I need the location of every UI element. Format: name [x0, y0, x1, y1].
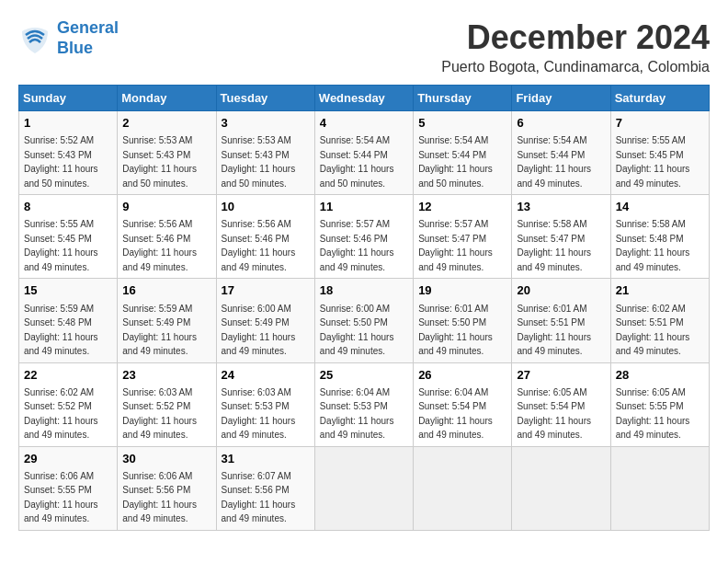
day-info: Sunrise: 6:03 AMSunset: 5:53 PMDaylight:… [222, 387, 296, 441]
day-number: 28 [616, 367, 704, 384]
day-number: 2 [122, 115, 210, 132]
col-header-thursday: Thursday [414, 86, 512, 111]
day-info: Sunrise: 5:52 AMSunset: 5:43 PMDaylight:… [24, 135, 98, 189]
calendar-cell: 31 Sunrise: 6:07 AMSunset: 5:56 PMDaylig… [216, 446, 314, 530]
col-header-monday: Monday [118, 86, 216, 111]
day-number: 4 [320, 115, 408, 132]
calendar-week-row: 1 Sunrise: 5:52 AMSunset: 5:43 PMDayligh… [19, 111, 710, 195]
day-number: 22 [24, 367, 112, 384]
day-number: 9 [122, 199, 210, 215]
calendar-cell [512, 446, 610, 530]
day-info: Sunrise: 6:01 AMSunset: 5:50 PMDaylight:… [418, 304, 493, 357]
day-info: Sunrise: 6:00 AMSunset: 5:49 PMDaylight:… [222, 304, 296, 357]
main-title: December 2024 [441, 18, 710, 57]
day-number: 18 [320, 282, 408, 299]
day-info: Sunrise: 6:05 AMSunset: 5:55 PMDaylight:… [616, 387, 690, 441]
calendar-cell: 25 Sunrise: 6:04 AMSunset: 5:53 PMDaylig… [314, 362, 413, 446]
calendar-cell: 20 Sunrise: 6:01 AMSunset: 5:51 PMDaylig… [512, 279, 610, 362]
day-number: 20 [517, 282, 605, 299]
day-number: 1 [24, 115, 112, 132]
day-number: 23 [122, 367, 210, 384]
day-info: Sunrise: 5:53 AMSunset: 5:43 PMDaylight:… [222, 135, 296, 189]
calendar-cell: 24 Sunrise: 6:03 AMSunset: 5:53 PMDaylig… [216, 362, 314, 446]
day-number: 10 [222, 199, 310, 215]
day-number: 7 [616, 115, 704, 132]
calendar-cell: 7 Sunrise: 5:55 AMSunset: 5:45 PMDayligh… [610, 111, 709, 195]
day-info: Sunrise: 6:02 AMSunset: 5:51 PMDaylight:… [616, 304, 690, 357]
calendar-cell: 2 Sunrise: 5:53 AMSunset: 5:43 PMDayligh… [118, 111, 216, 195]
logo-line2: Blue [57, 39, 93, 57]
day-info: Sunrise: 5:57 AMSunset: 5:46 PMDaylight:… [320, 219, 394, 272]
logo-text: General Blue [57, 18, 119, 58]
day-number: 29 [24, 451, 112, 467]
calendar-cell: 4 Sunrise: 5:54 AMSunset: 5:44 PMDayligh… [314, 111, 413, 195]
day-number: 21 [616, 282, 704, 299]
day-info: Sunrise: 6:04 AMSunset: 5:53 PMDaylight:… [320, 387, 394, 441]
subtitle: Puerto Bogota, Cundinamarca, Colombia [441, 59, 710, 75]
calendar-cell: 14 Sunrise: 5:58 AMSunset: 5:48 PMDaylig… [610, 195, 709, 279]
day-number: 11 [320, 199, 408, 215]
day-info: Sunrise: 5:57 AMSunset: 5:47 PMDaylight:… [418, 219, 493, 272]
calendar-cell: 12 Sunrise: 5:57 AMSunset: 5:47 PMDaylig… [414, 195, 512, 279]
day-info: Sunrise: 5:58 AMSunset: 5:47 PMDaylight:… [517, 219, 591, 272]
day-info: Sunrise: 5:54 AMSunset: 5:44 PMDaylight:… [320, 135, 394, 189]
calendar-cell: 5 Sunrise: 5:54 AMSunset: 5:44 PMDayligh… [414, 111, 512, 195]
day-info: Sunrise: 5:54 AMSunset: 5:44 PMDaylight:… [418, 135, 493, 189]
calendar-cell: 23 Sunrise: 6:03 AMSunset: 5:52 PMDaylig… [118, 362, 216, 446]
calendar-cell: 28 Sunrise: 6:05 AMSunset: 5:55 PMDaylig… [610, 362, 709, 446]
day-number: 31 [222, 451, 310, 467]
day-info: Sunrise: 5:59 AMSunset: 5:49 PMDaylight:… [122, 304, 197, 357]
col-header-saturday: Saturday [610, 86, 709, 111]
logo-line1: General [57, 18, 119, 37]
day-info: Sunrise: 6:04 AMSunset: 5:54 PMDaylight:… [418, 387, 493, 441]
calendar-cell: 6 Sunrise: 5:54 AMSunset: 5:44 PMDayligh… [512, 111, 610, 195]
day-number: 24 [222, 367, 310, 384]
calendar-header-row: SundayMondayTuesdayWednesdayThursdayFrid… [19, 86, 710, 111]
calendar-cell: 18 Sunrise: 6:00 AMSunset: 5:50 PMDaylig… [314, 279, 413, 362]
calendar-cell: 21 Sunrise: 6:02 AMSunset: 5:51 PMDaylig… [610, 279, 709, 362]
day-number: 15 [24, 282, 112, 299]
day-number: 27 [517, 367, 605, 384]
day-info: Sunrise: 6:03 AMSunset: 5:52 PMDaylight:… [122, 387, 197, 441]
logo: General Blue [18, 18, 119, 58]
logo-icon [18, 22, 51, 55]
calendar-cell: 29 Sunrise: 6:06 AMSunset: 5:55 PMDaylig… [19, 446, 118, 530]
day-info: Sunrise: 6:05 AMSunset: 5:54 PMDaylight:… [517, 387, 591, 441]
day-info: Sunrise: 5:54 AMSunset: 5:44 PMDaylight:… [517, 135, 591, 189]
calendar-cell: 17 Sunrise: 6:00 AMSunset: 5:49 PMDaylig… [216, 279, 314, 362]
calendar-cell: 10 Sunrise: 5:56 AMSunset: 5:46 PMDaylig… [216, 195, 314, 279]
day-number: 3 [222, 115, 310, 132]
calendar-cell: 27 Sunrise: 6:05 AMSunset: 5:54 PMDaylig… [512, 362, 610, 446]
calendar-cell: 15 Sunrise: 5:59 AMSunset: 5:48 PMDaylig… [19, 279, 118, 362]
col-header-sunday: Sunday [19, 86, 118, 111]
day-info: Sunrise: 5:55 AMSunset: 5:45 PMDaylight:… [616, 135, 690, 189]
day-info: Sunrise: 5:53 AMSunset: 5:43 PMDaylight:… [122, 135, 197, 189]
day-info: Sunrise: 6:07 AMSunset: 5:56 PMDaylight:… [222, 471, 296, 524]
day-info: Sunrise: 5:55 AMSunset: 5:45 PMDaylight:… [24, 219, 98, 272]
calendar-cell: 11 Sunrise: 5:57 AMSunset: 5:46 PMDaylig… [314, 195, 413, 279]
day-number: 13 [517, 199, 605, 215]
calendar-cell: 9 Sunrise: 5:56 AMSunset: 5:46 PMDayligh… [118, 195, 216, 279]
calendar-week-row: 29 Sunrise: 6:06 AMSunset: 5:55 PMDaylig… [19, 446, 710, 530]
col-header-wednesday: Wednesday [314, 86, 413, 111]
calendar-cell [314, 446, 413, 530]
calendar-cell [610, 446, 709, 530]
calendar-table: SundayMondayTuesdayWednesdayThursdayFrid… [18, 85, 710, 531]
day-info: Sunrise: 6:06 AMSunset: 5:55 PMDaylight:… [24, 471, 98, 524]
day-info: Sunrise: 6:01 AMSunset: 5:51 PMDaylight:… [517, 304, 591, 357]
calendar-cell: 1 Sunrise: 5:52 AMSunset: 5:43 PMDayligh… [19, 111, 118, 195]
day-number: 16 [122, 282, 210, 299]
title-area: December 2024 Puerto Bogota, Cundinamarc… [441, 18, 710, 75]
day-number: 8 [24, 199, 112, 215]
day-number: 6 [517, 115, 605, 132]
col-header-friday: Friday [512, 86, 610, 111]
calendar-cell: 22 Sunrise: 6:02 AMSunset: 5:52 PMDaylig… [19, 362, 118, 446]
calendar-cell: 30 Sunrise: 6:06 AMSunset: 5:56 PMDaylig… [118, 446, 216, 530]
day-number: 26 [418, 367, 506, 384]
calendar-cell [414, 446, 512, 530]
calendar-week-row: 22 Sunrise: 6:02 AMSunset: 5:52 PMDaylig… [19, 362, 710, 446]
day-number: 14 [616, 199, 704, 215]
day-info: Sunrise: 6:06 AMSunset: 5:56 PMDaylight:… [122, 471, 197, 524]
calendar-cell: 26 Sunrise: 6:04 AMSunset: 5:54 PMDaylig… [414, 362, 512, 446]
day-info: Sunrise: 5:56 AMSunset: 5:46 PMDaylight:… [222, 219, 296, 272]
